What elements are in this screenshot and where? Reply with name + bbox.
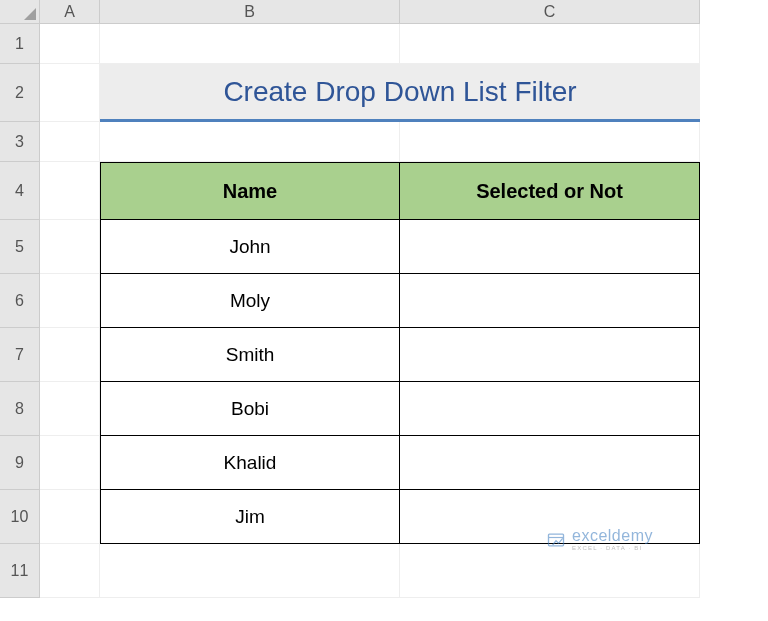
cell-b5[interactable]: John — [100, 220, 400, 274]
cell-a9[interactable] — [40, 436, 100, 490]
table-header-name[interactable]: Name — [100, 162, 400, 220]
cell-b8[interactable]: Bobi — [100, 382, 400, 436]
column-header-a[interactable]: A — [40, 0, 100, 24]
cell-b9[interactable]: Khalid — [100, 436, 400, 490]
watermark-brand: exceldemy — [572, 528, 653, 544]
cell-a11[interactable] — [40, 544, 100, 598]
row-header-8[interactable]: 8 — [0, 382, 40, 436]
watermark: exceldemy EXCEL · DATA · BI — [546, 528, 653, 551]
table-header-selected[interactable]: Selected or Not — [400, 162, 700, 220]
cell-c5[interactable] — [400, 220, 700, 274]
column-header-b[interactable]: B — [100, 0, 400, 24]
watermark-tagline: EXCEL · DATA · BI — [572, 545, 653, 551]
cell-b11[interactable] — [100, 544, 400, 598]
cell-c1[interactable] — [400, 24, 700, 64]
cell-a6[interactable] — [40, 274, 100, 328]
cell-a10[interactable] — [40, 490, 100, 544]
row-header-4[interactable]: 4 — [0, 162, 40, 220]
column-header-c[interactable]: C — [400, 0, 700, 24]
row-header-5[interactable]: 5 — [0, 220, 40, 274]
row-header-6[interactable]: 6 — [0, 274, 40, 328]
row-header-7[interactable]: 7 — [0, 328, 40, 382]
cell-a2[interactable] — [40, 64, 100, 122]
cell-a8[interactable] — [40, 382, 100, 436]
row-header-2[interactable]: 2 — [0, 64, 40, 122]
cell-b10[interactable]: Jim — [100, 490, 400, 544]
row-header-11[interactable]: 11 — [0, 544, 40, 598]
cell-b1[interactable] — [100, 24, 400, 64]
cell-b3[interactable] — [100, 122, 400, 162]
exceldemy-logo-icon — [546, 530, 566, 550]
cell-b6[interactable]: Moly — [100, 274, 400, 328]
title-banner[interactable]: Create Drop Down List Filter — [100, 64, 700, 122]
cell-a5[interactable] — [40, 220, 100, 274]
cell-c3[interactable] — [400, 122, 700, 162]
row-header-1[interactable]: 1 — [0, 24, 40, 64]
cell-c6[interactable] — [400, 274, 700, 328]
cell-c7[interactable] — [400, 328, 700, 382]
cell-c8[interactable] — [400, 382, 700, 436]
cell-c11[interactable] — [400, 544, 700, 598]
cell-a3[interactable] — [40, 122, 100, 162]
select-all-corner[interactable] — [0, 0, 40, 24]
cell-a7[interactable] — [40, 328, 100, 382]
row-header-10[interactable]: 10 — [0, 490, 40, 544]
cell-c9[interactable] — [400, 436, 700, 490]
row-header-3[interactable]: 3 — [0, 122, 40, 162]
row-header-9[interactable]: 9 — [0, 436, 40, 490]
spreadsheet-grid: A B C 1 2 Create Drop Down List Filter 3… — [0, 0, 768, 598]
cell-b7[interactable]: Smith — [100, 328, 400, 382]
cell-a4[interactable] — [40, 162, 100, 220]
cell-a1[interactable] — [40, 24, 100, 64]
